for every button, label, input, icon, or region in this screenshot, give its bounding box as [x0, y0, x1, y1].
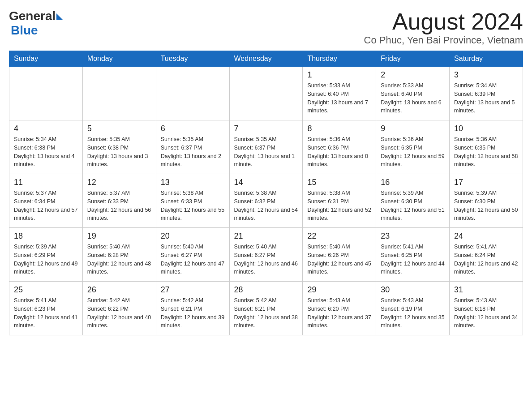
day-info: Sunrise: 5:35 AM Sunset: 6:38 PM Dayligh…: [87, 135, 151, 169]
calendar-day-cell: 21Sunrise: 5:40 AM Sunset: 6:27 PM Dayli…: [229, 228, 303, 282]
day-info: Sunrise: 5:36 AM Sunset: 6:35 PM Dayligh…: [454, 135, 518, 169]
logo-triangle-icon: [56, 13, 63, 20]
calendar-day-cell: 27Sunrise: 5:42 AM Sunset: 6:21 PM Dayli…: [156, 282, 229, 335]
day-info: Sunrise: 5:37 AM Sunset: 6:34 PM Dayligh…: [14, 189, 78, 223]
logo-general: General: [9, 9, 56, 23]
day-number: 21: [234, 231, 298, 241]
day-number: 28: [234, 285, 298, 295]
day-number: 26: [87, 285, 151, 295]
calendar-day-cell: 24Sunrise: 5:41 AM Sunset: 6:24 PM Dayli…: [450, 228, 523, 282]
calendar-day-cell: 12Sunrise: 5:37 AM Sunset: 6:33 PM Dayli…: [82, 174, 156, 228]
calendar-day-cell: 31Sunrise: 5:43 AM Sunset: 6:18 PM Dayli…: [450, 282, 523, 335]
day-number: 3: [454, 70, 518, 80]
calendar-day-cell: 14Sunrise: 5:38 AM Sunset: 6:32 PM Dayli…: [229, 174, 303, 228]
page-title: August 2024: [364, 9, 523, 34]
day-number: 11: [14, 178, 78, 187]
day-number: 13: [161, 178, 225, 187]
weekday-header: Monday: [82, 51, 156, 67]
day-number: 1: [307, 70, 371, 80]
calendar-day-cell: [82, 67, 156, 120]
calendar-week-row: 1Sunrise: 5:33 AM Sunset: 6:40 PM Daylig…: [9, 67, 523, 120]
calendar-day-cell: 7Sunrise: 5:35 AM Sunset: 6:37 PM Daylig…: [229, 120, 303, 174]
day-info: Sunrise: 5:35 AM Sunset: 6:37 PM Dayligh…: [161, 135, 225, 169]
day-info: Sunrise: 5:40 AM Sunset: 6:26 PM Dayligh…: [307, 243, 371, 276]
day-info: Sunrise: 5:40 AM Sunset: 6:27 PM Dayligh…: [161, 243, 225, 276]
day-info: Sunrise: 5:41 AM Sunset: 6:24 PM Dayligh…: [454, 243, 518, 276]
day-info: Sunrise: 5:34 AM Sunset: 6:38 PM Dayligh…: [14, 135, 78, 169]
calendar-header-row: SundayMondayTuesdayWednesdayThursdayFrid…: [9, 51, 523, 67]
day-info: Sunrise: 5:41 AM Sunset: 6:23 PM Dayligh…: [14, 296, 78, 330]
day-number: 14: [234, 178, 298, 187]
day-info: Sunrise: 5:42 AM Sunset: 6:21 PM Dayligh…: [161, 296, 225, 330]
day-info: Sunrise: 5:40 AM Sunset: 6:28 PM Dayligh…: [87, 243, 151, 276]
calendar-day-cell: 26Sunrise: 5:42 AM Sunset: 6:22 PM Dayli…: [82, 282, 156, 335]
day-number: 7: [234, 124, 298, 133]
calendar-day-cell: [229, 67, 303, 120]
calendar-day-cell: 20Sunrise: 5:40 AM Sunset: 6:27 PM Dayli…: [156, 228, 229, 282]
day-number: 25: [14, 285, 78, 295]
day-number: 22: [307, 231, 371, 241]
calendar-day-cell: 15Sunrise: 5:38 AM Sunset: 6:31 PM Dayli…: [303, 174, 376, 228]
calendar-day-cell: 10Sunrise: 5:36 AM Sunset: 6:35 PM Dayli…: [450, 120, 523, 174]
day-number: 2: [381, 70, 445, 80]
day-info: Sunrise: 5:36 AM Sunset: 6:35 PM Dayligh…: [381, 135, 445, 169]
calendar-day-cell: [156, 67, 229, 120]
day-number: 18: [14, 231, 78, 241]
logo: General Blue: [9, 9, 63, 38]
day-number: 15: [307, 178, 371, 187]
day-info: Sunrise: 5:43 AM Sunset: 6:20 PM Dayligh…: [307, 296, 371, 330]
day-info: Sunrise: 5:38 AM Sunset: 6:33 PM Dayligh…: [161, 189, 225, 223]
logo-blue: Blue: [11, 23, 38, 38]
day-number: 24: [454, 231, 518, 241]
calendar-day-cell: 30Sunrise: 5:43 AM Sunset: 6:19 PM Dayli…: [376, 282, 450, 335]
page-header: General Blue August 2024 Co Phuc, Yen Ba…: [9, 9, 523, 46]
day-number: 19: [87, 231, 151, 241]
weekday-header: Friday: [376, 51, 450, 67]
calendar-week-row: 4Sunrise: 5:34 AM Sunset: 6:38 PM Daylig…: [9, 120, 523, 174]
day-number: 31: [454, 285, 518, 295]
day-number: 10: [454, 124, 518, 133]
day-info: Sunrise: 5:38 AM Sunset: 6:31 PM Dayligh…: [307, 189, 371, 223]
day-info: Sunrise: 5:33 AM Sunset: 6:40 PM Dayligh…: [307, 81, 371, 115]
day-number: 8: [307, 124, 371, 133]
calendar-day-cell: 2Sunrise: 5:33 AM Sunset: 6:40 PM Daylig…: [376, 67, 450, 120]
day-info: Sunrise: 5:40 AM Sunset: 6:27 PM Dayligh…: [234, 243, 298, 276]
day-info: Sunrise: 5:33 AM Sunset: 6:40 PM Dayligh…: [381, 81, 445, 115]
day-info: Sunrise: 5:43 AM Sunset: 6:19 PM Dayligh…: [381, 296, 445, 330]
calendar-day-cell: 5Sunrise: 5:35 AM Sunset: 6:38 PM Daylig…: [82, 120, 156, 174]
day-info: Sunrise: 5:34 AM Sunset: 6:39 PM Dayligh…: [454, 81, 518, 115]
day-number: 4: [14, 124, 78, 133]
weekday-header: Tuesday: [156, 51, 229, 67]
weekday-header: Thursday: [303, 51, 376, 67]
day-info: Sunrise: 5:42 AM Sunset: 6:21 PM Dayligh…: [234, 296, 298, 330]
calendar-week-row: 25Sunrise: 5:41 AM Sunset: 6:23 PM Dayli…: [9, 282, 523, 335]
calendar-day-cell: 13Sunrise: 5:38 AM Sunset: 6:33 PM Dayli…: [156, 174, 229, 228]
calendar-day-cell: 1Sunrise: 5:33 AM Sunset: 6:40 PM Daylig…: [303, 67, 376, 120]
calendar-day-cell: 23Sunrise: 5:41 AM Sunset: 6:25 PM Dayli…: [376, 228, 450, 282]
calendar-day-cell: 17Sunrise: 5:39 AM Sunset: 6:30 PM Dayli…: [450, 174, 523, 228]
day-info: Sunrise: 5:39 AM Sunset: 6:30 PM Dayligh…: [381, 189, 445, 223]
calendar-day-cell: 29Sunrise: 5:43 AM Sunset: 6:20 PM Dayli…: [303, 282, 376, 335]
calendar-day-cell: 18Sunrise: 5:39 AM Sunset: 6:29 PM Dayli…: [9, 228, 83, 282]
weekday-header: Saturday: [450, 51, 523, 67]
calendar-day-cell: 4Sunrise: 5:34 AM Sunset: 6:38 PM Daylig…: [9, 120, 83, 174]
calendar-table: SundayMondayTuesdayWednesdayThursdayFrid…: [9, 51, 523, 335]
calendar-day-cell: 9Sunrise: 5:36 AM Sunset: 6:35 PM Daylig…: [376, 120, 450, 174]
day-info: Sunrise: 5:39 AM Sunset: 6:29 PM Dayligh…: [14, 243, 78, 276]
day-number: 12: [87, 178, 151, 187]
title-block: August 2024 Co Phuc, Yen Bai Province, V…: [364, 9, 523, 46]
day-info: Sunrise: 5:39 AM Sunset: 6:30 PM Dayligh…: [454, 189, 518, 223]
day-number: 30: [381, 285, 445, 295]
calendar-day-cell: 22Sunrise: 5:40 AM Sunset: 6:26 PM Dayli…: [303, 228, 376, 282]
day-number: 9: [381, 124, 445, 133]
day-info: Sunrise: 5:35 AM Sunset: 6:37 PM Dayligh…: [234, 135, 298, 169]
day-info: Sunrise: 5:36 AM Sunset: 6:36 PM Dayligh…: [307, 135, 371, 169]
day-info: Sunrise: 5:43 AM Sunset: 6:18 PM Dayligh…: [454, 296, 518, 330]
day-number: 6: [161, 124, 225, 133]
calendar-day-cell: 25Sunrise: 5:41 AM Sunset: 6:23 PM Dayli…: [9, 282, 83, 335]
calendar-day-cell: 3Sunrise: 5:34 AM Sunset: 6:39 PM Daylig…: [450, 67, 523, 120]
weekday-header: Wednesday: [229, 51, 303, 67]
day-info: Sunrise: 5:37 AM Sunset: 6:33 PM Dayligh…: [87, 189, 151, 223]
day-number: 20: [161, 231, 225, 241]
day-info: Sunrise: 5:38 AM Sunset: 6:32 PM Dayligh…: [234, 189, 298, 223]
